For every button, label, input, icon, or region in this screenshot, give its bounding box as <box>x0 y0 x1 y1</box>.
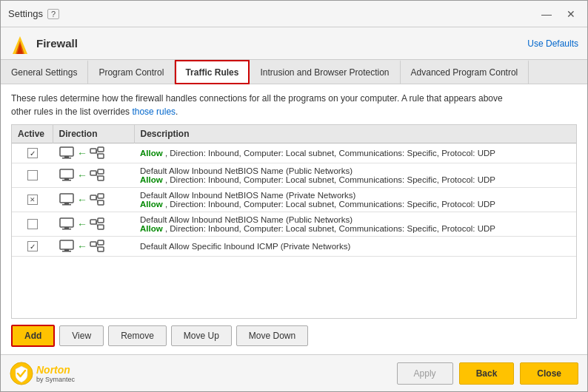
tab-general-settings[interactable]: General Settings <box>1 60 88 84</box>
svg-rect-4 <box>64 156 69 158</box>
table-row[interactable]: ← Allow <box>12 143 576 163</box>
row4-active <box>12 212 53 237</box>
svg-rect-27 <box>60 218 73 227</box>
table-row[interactable]: ← Default Allow <box>12 163 576 188</box>
rules-table: Active Direction Description <box>12 125 576 257</box>
svg-rect-23 <box>98 194 104 198</box>
col-header-description: Description <box>134 125 576 143</box>
network-icon <box>90 217 106 231</box>
footer: Norton by Symantec Apply Back Close <box>1 354 587 391</box>
direction-arrow: ← <box>77 147 87 159</box>
help-button[interactable]: ? <box>47 9 59 19</box>
network-icon <box>90 146 106 160</box>
row3-checkbox[interactable] <box>27 195 38 205</box>
svg-rect-37 <box>62 251 71 252</box>
action-buttons: Add View Remove Move Up Move Down <box>11 319 577 350</box>
network-icon <box>90 169 106 182</box>
norton-shield-icon <box>10 362 33 385</box>
title-controls: — ✕ <box>537 7 580 21</box>
row1-direction: ← <box>53 143 134 163</box>
svg-rect-24 <box>98 200 104 205</box>
svg-rect-21 <box>62 204 71 206</box>
row4-direction: ← <box>53 212 134 237</box>
svg-rect-19 <box>60 194 73 203</box>
table-row[interactable]: ← Default Allow <box>12 188 576 212</box>
desc-link[interactable]: those rules <box>132 107 176 117</box>
tabs-bar: General Settings Program Control Traffic… <box>1 60 587 84</box>
row5-checkbox[interactable] <box>27 241 38 251</box>
close-button[interactable]: Close <box>520 362 578 385</box>
content-area: These rules determine how the firewall h… <box>1 84 587 354</box>
svg-rect-29 <box>62 229 71 230</box>
description-text: These rules determine how the firewall h… <box>11 92 577 118</box>
network-icon <box>90 193 106 206</box>
app-name-label: Firewall <box>36 37 78 50</box>
title-left: Settings ? <box>8 8 59 19</box>
remove-button[interactable]: Remove <box>108 325 167 346</box>
svg-rect-6 <box>90 149 96 153</box>
tab-program-control[interactable]: Program Control <box>88 60 175 84</box>
title-bar: Settings ? — ✕ <box>1 1 587 27</box>
col-header-active: Active <box>12 125 53 143</box>
row1-desc: Allow , Direction: Inbound, Computer: Lo… <box>134 143 576 163</box>
svg-rect-14 <box>90 171 96 175</box>
svg-rect-20 <box>64 203 69 204</box>
norton-flame-icon <box>10 33 30 54</box>
svg-rect-13 <box>62 180 71 181</box>
row3-direction: ← <box>53 188 134 212</box>
svg-rect-31 <box>98 218 104 223</box>
svg-rect-12 <box>64 178 69 180</box>
svg-rect-32 <box>98 225 104 229</box>
add-button[interactable]: Add <box>11 325 55 347</box>
rules-table-wrapper[interactable]: Active Direction Description <box>11 124 577 319</box>
row5-desc: Default Allow Specific Inbound ICMP (Pri… <box>134 237 576 257</box>
use-defaults-link[interactable]: Use Defaults <box>527 38 578 49</box>
table-row[interactable]: ← Default Allow <box>12 237 576 257</box>
move-down-button[interactable]: Move Down <box>236 325 308 346</box>
footer-buttons: Apply Back Close <box>397 362 578 385</box>
monitor-icon <box>59 193 75 206</box>
svg-rect-30 <box>90 220 96 224</box>
monitor-icon <box>59 146 75 160</box>
svg-rect-5 <box>62 158 71 159</box>
move-up-button[interactable]: Move Up <box>171 325 232 346</box>
svg-rect-38 <box>90 242 96 246</box>
minimize-button[interactable]: — <box>537 7 556 21</box>
row2-desc: Default Allow Inbound NetBIOS Name (Publ… <box>134 163 576 188</box>
close-window-button[interactable]: ✕ <box>562 7 580 21</box>
direction-arrow: ← <box>77 169 87 181</box>
row2-active <box>12 163 53 188</box>
network-icon <box>90 240 106 253</box>
monitor-icon <box>59 240 75 253</box>
norton-sub-label: by Symantec <box>36 376 75 383</box>
svg-rect-22 <box>90 195 96 200</box>
svg-rect-39 <box>98 240 104 245</box>
svg-rect-28 <box>64 227 69 229</box>
row4-checkbox[interactable] <box>27 219 38 229</box>
row2-checkbox[interactable] <box>27 170 38 180</box>
svg-rect-16 <box>98 176 104 180</box>
tab-advanced-program[interactable]: Advanced Program Control <box>401 60 529 84</box>
settings-window: Settings ? — ✕ Firewall Use Defaults Gen… <box>0 0 588 392</box>
row3-desc: Default Allow Inbound NetBIOS Name (Priv… <box>134 188 576 212</box>
row4-desc: Default Allow Inbound NetBIOS Name (Publ… <box>134 212 576 237</box>
row5-direction: ← <box>53 237 134 257</box>
header-bar: Firewall Use Defaults <box>1 27 587 60</box>
row1-checkbox[interactable] <box>27 148 38 158</box>
back-button[interactable]: Back <box>459 362 515 385</box>
norton-logo: Norton by Symantec <box>10 362 75 385</box>
svg-rect-11 <box>60 169 73 178</box>
tab-traffic-rules[interactable]: Traffic Rules <box>175 60 250 84</box>
row3-active <box>12 188 53 212</box>
view-button[interactable]: View <box>59 325 104 346</box>
svg-rect-3 <box>60 147 73 156</box>
norton-text: Norton by Symantec <box>36 364 75 383</box>
apply-button[interactable]: Apply <box>397 362 453 385</box>
norton-brand-label: Norton <box>36 364 75 376</box>
svg-rect-36 <box>64 249 69 251</box>
tab-intrusion[interactable]: Intrusion and Browser Protection <box>250 60 400 84</box>
table-row[interactable]: ← Default Allow <box>12 212 576 237</box>
svg-rect-7 <box>98 147 104 152</box>
row5-active <box>12 237 53 257</box>
direction-arrow: ← <box>77 194 87 206</box>
